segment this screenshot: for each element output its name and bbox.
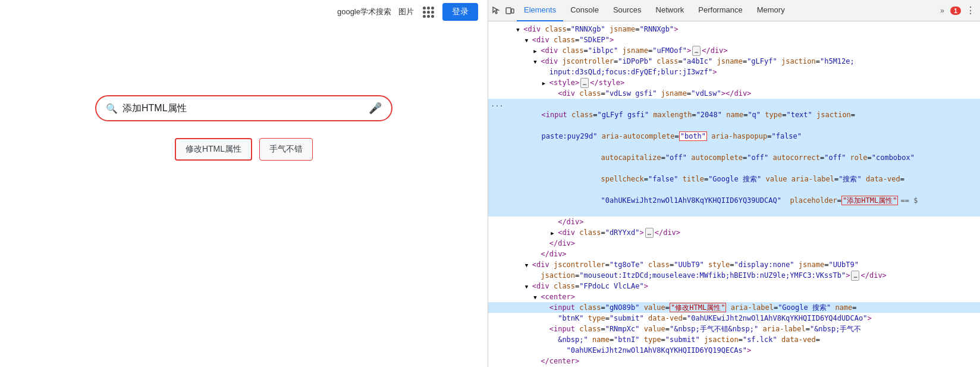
code-line: "0ahUKEwiJht2nwOl1AhV8KqYKHQIID6YQ19QECA… xyxy=(488,345,980,356)
code-line: <div class="vdLsw gsfi" jsname="vdLsw"><… xyxy=(488,88,980,99)
triangle-icon[interactable] xyxy=(525,259,532,270)
code-line: </div> xyxy=(488,249,980,259)
apps-icon[interactable] xyxy=(421,5,435,19)
apps-dots xyxy=(423,7,434,18)
more-tabs-button[interactable]: » xyxy=(937,7,948,15)
search-box[interactable]: 🔍 🎤 xyxy=(95,95,392,121)
code-line-highlighted: <input class="gNO89b" value="修改HTML属性" a… xyxy=(488,302,980,313)
login-button[interactable]: 登录 xyxy=(442,3,478,21)
code-line: &nbsp;" name="btnI" type="submit" jsacti… xyxy=(488,334,980,345)
top-bar: google学术搜索 图片 登录 xyxy=(0,0,488,24)
triangle-icon[interactable] xyxy=(533,45,541,56)
devtools-tabs: Elements Console Sources Network Perform… xyxy=(488,0,980,21)
tab-memory[interactable]: Memory xyxy=(750,0,792,21)
ellipsis-button[interactable]: … xyxy=(851,271,859,281)
mic-icon[interactable]: 🎤 xyxy=(369,102,382,115)
triangle-icon[interactable] xyxy=(542,77,549,88)
code-line: "btnK" type="submit" data-ved="0ahUKEwiJ… xyxy=(488,313,980,324)
devtools-panel: Elements Console Sources Network Perform… xyxy=(488,0,980,367)
left-panel: google学术搜索 图片 登录 🔍 🎤 修改HTML属性 手气不错 xyxy=(0,0,488,367)
search-icon: 🔍 xyxy=(106,103,118,114)
device-icon[interactable] xyxy=(504,5,516,17)
code-line: </center> xyxy=(488,356,980,366)
triangle-icon[interactable] xyxy=(533,56,541,67)
code-line: </div> xyxy=(488,217,980,227)
code-line: <div class="FPdoLc VlcLAe"> xyxy=(488,281,980,291)
triangle-icon[interactable] xyxy=(525,34,532,45)
tab-console[interactable]: Console xyxy=(563,0,606,21)
devtools-content[interactable]: <div class="RNNXgb" jsname="RNNXgb"> <di… xyxy=(488,21,980,367)
buttons-row: 修改HTML属性 手气不错 xyxy=(175,138,313,161)
search-input[interactable] xyxy=(122,103,364,114)
triangle-icon[interactable] xyxy=(525,281,532,291)
modify-html-button[interactable]: 修改HTML属性 xyxy=(175,138,252,161)
triangle-icon[interactable] xyxy=(533,291,541,302)
code-line: </div> xyxy=(488,238,980,249)
tab-performance[interactable]: Performance xyxy=(691,0,749,21)
code-line: <input class="RNmpXc" value="&nbsp;手气不错&… xyxy=(488,324,980,334)
feeling-lucky-button[interactable]: 手气不错 xyxy=(259,138,313,161)
ellipsis-button[interactable]: … xyxy=(580,78,589,88)
error-badge: 1 xyxy=(950,7,961,15)
code-line: <div class="SDkEP"> xyxy=(488,34,980,45)
code-line: <style>…</style> xyxy=(488,77,980,88)
code-line-highlighted: ... <input class="gLFyf gsfi" maxlength=… xyxy=(488,99,980,217)
scholar-text: google学术搜索 xyxy=(337,7,391,17)
tabs-right: » 1 ⋮ xyxy=(937,5,978,16)
code-line: <div class="iblpc" jsname="uFMOof">…</di… xyxy=(488,45,980,56)
triangle-icon[interactable] xyxy=(516,24,523,34)
code-line: <center> xyxy=(488,291,980,302)
triangle-icon xyxy=(551,88,558,99)
images-text: 图片 xyxy=(398,7,414,17)
ellipsis-button[interactable]: … xyxy=(692,46,701,56)
devtools-menu-button[interactable]: ⋮ xyxy=(963,5,978,16)
code-line: <div class="RNNXgb" jsname="RNNXgb"> xyxy=(488,24,980,34)
search-area: 🔍 🎤 修改HTML属性 手气不错 xyxy=(0,95,488,161)
code-line: <div jscontroller="iDPoPb" class="a4bIc"… xyxy=(488,56,980,67)
code-line: <div class="dRYYxd">…</div> xyxy=(488,227,980,238)
code-line: jsaction="mouseout:ItzDCd;mouseleave:MWf… xyxy=(488,270,980,281)
inspect-icon[interactable] xyxy=(491,5,502,17)
dots-indicator: ... xyxy=(491,99,507,109)
code-line: input:d3sQLd;focus:dFyQEf;blur:jI3wzf"> xyxy=(488,67,980,77)
tab-network[interactable]: Network xyxy=(649,0,692,21)
tab-sources[interactable]: Sources xyxy=(606,0,649,21)
triangle-icon xyxy=(542,67,549,77)
code-line: <div jscontroller="tg8oTe" class="UUbT9"… xyxy=(488,259,980,270)
triangle-icon[interactable] xyxy=(551,227,558,238)
ellipsis-button[interactable]: … xyxy=(645,228,654,238)
svg-rect-0 xyxy=(506,8,511,14)
svg-rect-1 xyxy=(511,9,514,13)
tab-elements[interactable]: Elements xyxy=(517,0,563,21)
